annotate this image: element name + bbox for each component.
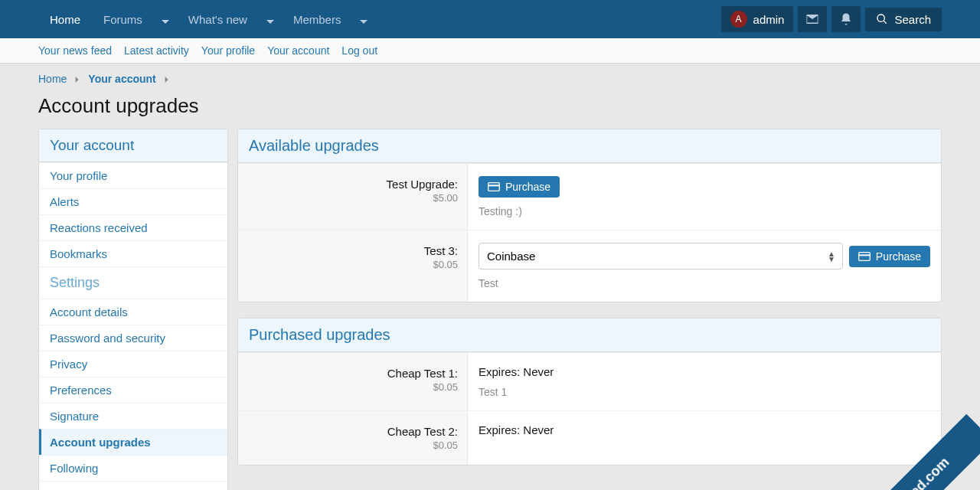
upgrade-price: $0.05 bbox=[247, 259, 458, 270]
upgrade-body: Purchase Testing :) bbox=[468, 164, 941, 230]
subnav-log-out[interactable]: Log out bbox=[341, 44, 377, 57]
chevron-right-icon bbox=[74, 73, 80, 85]
avatar: A bbox=[730, 11, 747, 28]
svg-rect-1 bbox=[488, 185, 500, 186]
nav-members-label: Members bbox=[293, 13, 341, 26]
sidebar-item-signature[interactable]: Signature bbox=[39, 403, 227, 429]
nav-home-label: Home bbox=[50, 13, 80, 26]
sub-navbar: Your news feed Latest activity Your prof… bbox=[0, 38, 980, 64]
nav-right: A admin Search bbox=[721, 6, 942, 32]
purchased-row: Cheap Test 1: $0.05 Expires: Never Test … bbox=[238, 352, 941, 410]
purchased-price: $0.05 bbox=[247, 439, 458, 451]
credit-card-icon bbox=[858, 251, 871, 262]
subnav-latest-activity[interactable]: Latest activity bbox=[124, 44, 189, 57]
content: Your account Your profile Alerts Reactio… bbox=[0, 129, 980, 490]
svg-rect-2 bbox=[859, 252, 871, 260]
sidebar-header-account: Your account bbox=[39, 129, 227, 162]
nav-home[interactable]: Home bbox=[38, 2, 92, 37]
purchased-row: Cheap Test 2: $0.05 Expires: Never bbox=[238, 410, 941, 465]
purchased-label: Cheap Test 1: $0.05 bbox=[238, 353, 468, 410]
search-button[interactable]: Search bbox=[865, 8, 942, 31]
sidebar-item-following[interactable]: Following bbox=[39, 455, 227, 481]
nav-members-dropdown[interactable] bbox=[352, 5, 375, 34]
sidebar-item-privacy[interactable]: Privacy bbox=[39, 351, 227, 377]
purchased-expires: Expires: Never bbox=[479, 423, 930, 436]
purchase-label: Purchase bbox=[505, 181, 550, 193]
purchase-label: Purchase bbox=[876, 250, 921, 263]
avatar-initial: A bbox=[736, 14, 742, 24]
nav-forums-label: Forums bbox=[103, 13, 142, 26]
breadcrumb-home[interactable]: Home bbox=[38, 73, 67, 85]
svg-rect-0 bbox=[488, 183, 500, 191]
sidebar-item-reactions[interactable]: Reactions received bbox=[39, 214, 227, 240]
upgrade-row: Test 3: $0.05 Coinbase ▲▼ Purchase bbox=[238, 230, 941, 302]
purchased-panel: Purchased upgrades Cheap Test 1: $0.05 E… bbox=[237, 318, 942, 466]
upgrade-desc: Test bbox=[479, 277, 930, 289]
sidebar: Your account Your profile Alerts Reactio… bbox=[38, 129, 228, 490]
purchased-body: Expires: Never bbox=[468, 411, 941, 465]
sidebar-header-settings: Settings bbox=[39, 266, 227, 299]
top-navbar: Home Forums What's new Members A admin S… bbox=[0, 0, 980, 38]
purchase-row: Coinbase ▲▼ Purchase bbox=[479, 243, 930, 270]
chevron-down-icon bbox=[162, 15, 169, 23]
nav-forums[interactable]: Forums bbox=[92, 2, 154, 37]
sidebar-item-upgrades[interactable]: Account upgrades bbox=[39, 429, 227, 455]
upgrade-name: Test Upgrade: bbox=[247, 178, 458, 191]
sidebar-item-preferences[interactable]: Preferences bbox=[39, 377, 227, 403]
chevron-right-icon bbox=[164, 73, 170, 85]
upgrade-label: Test Upgrade: $5.00 bbox=[238, 164, 468, 230]
main-area: Available upgrades Test Upgrade: $5.00 P… bbox=[237, 129, 942, 466]
purchased-label: Cheap Test 2: $0.05 bbox=[238, 411, 468, 465]
purchased-expires: Expires: Never bbox=[479, 365, 930, 378]
breadcrumb-current: Your account bbox=[88, 73, 155, 85]
chevron-down-icon bbox=[360, 15, 368, 23]
payment-select[interactable]: Coinbase bbox=[479, 243, 843, 270]
subnav-news-feed[interactable]: Your news feed bbox=[38, 44, 112, 57]
nav-forums-dropdown[interactable] bbox=[154, 5, 177, 34]
purchase-button[interactable]: Purchase bbox=[849, 246, 930, 267]
sidebar-item-alerts[interactable]: Alerts bbox=[39, 188, 227, 214]
sidebar-item-password[interactable]: Password and security bbox=[39, 325, 227, 351]
upgrade-row: Test Upgrade: $5.00 Purchase Testing :) bbox=[238, 163, 941, 230]
purchased-name: Cheap Test 1: bbox=[247, 367, 458, 380]
purchased-header: Purchased upgrades bbox=[238, 318, 941, 352]
subnav-your-account[interactable]: Your account bbox=[267, 44, 329, 57]
purchase-button[interactable]: Purchase bbox=[479, 176, 560, 198]
sidebar-item-ignoring[interactable]: Ignoring bbox=[39, 481, 227, 490]
sidebar-item-profile[interactable]: Your profile bbox=[39, 162, 227, 188]
nav-whatsnew-dropdown[interactable] bbox=[259, 5, 282, 34]
sidebar-item-details[interactable]: Account details bbox=[39, 299, 227, 325]
subnav-your-profile[interactable]: Your profile bbox=[201, 44, 255, 57]
purchased-body: Expires: Never Test 1 bbox=[468, 353, 941, 410]
bell-icon bbox=[839, 12, 853, 26]
search-label: Search bbox=[894, 13, 931, 26]
available-header: Available upgrades bbox=[238, 129, 941, 163]
upgrade-price: $5.00 bbox=[247, 192, 458, 204]
available-panel: Available upgrades Test Upgrade: $5.00 P… bbox=[237, 129, 942, 302]
nav-left: Home Forums What's new Members bbox=[38, 2, 375, 37]
page-title: Account upgrades bbox=[0, 91, 980, 129]
user-name: admin bbox=[753, 13, 785, 26]
inbox-button[interactable] bbox=[798, 6, 827, 32]
upgrade-label: Test 3: $0.05 bbox=[238, 230, 468, 302]
payment-select-wrap: Coinbase ▲▼ bbox=[479, 243, 843, 270]
purchased-price: $0.05 bbox=[247, 381, 458, 393]
nav-members[interactable]: Members bbox=[282, 2, 353, 37]
svg-rect-3 bbox=[859, 254, 871, 256]
user-menu[interactable]: A admin bbox=[721, 6, 794, 32]
breadcrumb: Home Your account bbox=[0, 64, 980, 91]
upgrade-desc: Testing :) bbox=[479, 205, 930, 217]
nav-whatsnew-label: What's new bbox=[188, 13, 247, 26]
purchased-name: Cheap Test 2: bbox=[247, 425, 458, 438]
sidebar-item-bookmarks[interactable]: Bookmarks bbox=[39, 240, 227, 266]
envelope-icon bbox=[805, 12, 819, 26]
alerts-button[interactable] bbox=[831, 6, 861, 32]
upgrade-name: Test 3: bbox=[247, 244, 458, 257]
credit-card-icon bbox=[488, 181, 500, 192]
chevron-down-icon bbox=[266, 15, 274, 23]
upgrade-body: Coinbase ▲▼ Purchase Test bbox=[468, 230, 941, 302]
purchased-desc: Test 1 bbox=[479, 386, 930, 398]
search-icon bbox=[876, 13, 888, 25]
nav-whatsnew[interactable]: What's new bbox=[177, 2, 259, 37]
